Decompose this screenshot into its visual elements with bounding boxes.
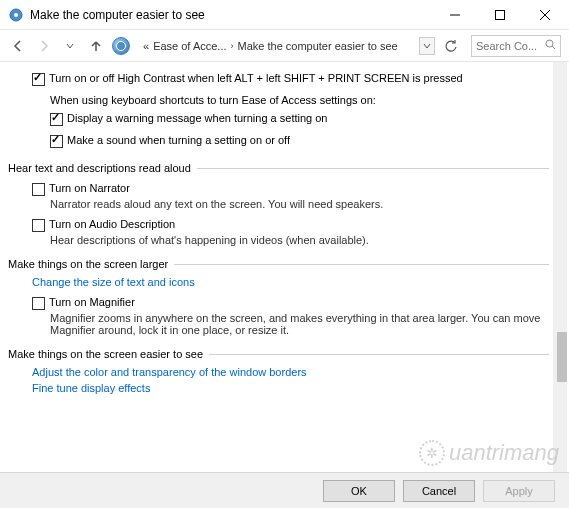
sub-heading: When using keyboard shortcuts to turn Ea…: [8, 94, 549, 106]
section-hear: Hear text and descriptions read aloud Tu…: [8, 162, 549, 246]
checkbox-magnifier[interactable]: [32, 297, 45, 310]
title-bar: Make the computer easier to see: [0, 0, 569, 30]
section-title: Make things on the screen larger: [8, 258, 174, 270]
svg-line-7: [552, 46, 555, 49]
refresh-button[interactable]: [441, 36, 461, 56]
option-magnifier: Turn on Magnifier: [8, 294, 549, 312]
label: Turn on or off High Contrast when left A…: [49, 72, 463, 84]
svg-rect-3: [495, 10, 504, 19]
ok-button[interactable]: OK: [323, 480, 395, 502]
section-larger: Make things on the screen larger Change …: [8, 258, 549, 336]
window-title: Make the computer easier to see: [30, 8, 432, 22]
option-audio-desc: Turn on Audio Description: [8, 216, 549, 234]
app-icon: [8, 7, 24, 23]
minimize-button[interactable]: [432, 1, 477, 29]
checkbox-sound[interactable]: [50, 135, 63, 148]
toolbar: « Ease of Acce... › Make the computer ea…: [0, 30, 569, 62]
breadcrumb-item[interactable]: Make the computer easier to see: [238, 40, 398, 52]
breadcrumb-item[interactable]: Ease of Acce...: [153, 40, 226, 52]
maximize-button[interactable]: [477, 1, 522, 29]
close-button[interactable]: [522, 1, 567, 29]
label: Turn on Narrator: [49, 182, 130, 194]
back-button[interactable]: [8, 36, 28, 56]
section-title: Make things on the screen easier to see: [8, 348, 209, 360]
control-panel-icon: [112, 37, 130, 55]
option-narrator: Turn on Narrator: [8, 180, 549, 198]
svg-point-6: [546, 40, 553, 47]
address-dropdown[interactable]: [419, 37, 435, 55]
button-bar: OK Cancel Apply: [0, 472, 569, 508]
option-high-contrast: Turn on or off High Contrast when left A…: [8, 70, 549, 88]
checkbox-high-contrast[interactable]: [32, 73, 45, 86]
divider: [174, 264, 549, 265]
description: Narrator reads aloud any text on the scr…: [8, 198, 549, 210]
content-area: Turn on or off High Contrast when left A…: [0, 62, 569, 476]
label: Display a warning message when turning a…: [67, 112, 327, 124]
breadcrumb[interactable]: « Ease of Acce... › Make the computer ea…: [136, 36, 413, 56]
chevron-right-icon: ›: [231, 41, 234, 51]
forward-button[interactable]: [34, 36, 54, 56]
divider: [197, 168, 549, 169]
recent-dropdown[interactable]: [60, 36, 80, 56]
up-button[interactable]: [86, 36, 106, 56]
link-fine-tune[interactable]: Fine tune display effects: [8, 382, 549, 394]
svg-point-1: [14, 13, 18, 17]
search-box[interactable]: [471, 35, 561, 57]
checkbox-narrator[interactable]: [32, 183, 45, 196]
breadcrumb-prefix: «: [143, 40, 149, 52]
link-adjust-color[interactable]: Adjust the color and transparency of the…: [8, 366, 549, 378]
scrollbar-thumb[interactable]: [557, 332, 567, 382]
description: Hear descriptions of what's happening in…: [8, 234, 549, 246]
description: Magnifier zooms in anywhere on the scree…: [8, 312, 549, 336]
link-change-size[interactable]: Change the size of text and icons: [8, 276, 549, 288]
checkbox-audio-desc[interactable]: [32, 219, 45, 232]
label: Turn on Audio Description: [49, 218, 175, 230]
search-input[interactable]: [476, 40, 556, 52]
label: Turn on Magnifier: [49, 296, 135, 308]
scrollbar[interactable]: [553, 62, 567, 476]
section-easier: Make things on the screen easier to see …: [8, 348, 549, 394]
option-sound: Make a sound when turning a setting on o…: [8, 132, 549, 150]
apply-button: Apply: [483, 480, 555, 502]
label: Make a sound when turning a setting on o…: [67, 134, 290, 146]
divider: [209, 354, 549, 355]
checkbox-warn[interactable]: [50, 113, 63, 126]
cancel-button[interactable]: Cancel: [403, 480, 475, 502]
section-title: Hear text and descriptions read aloud: [8, 162, 197, 174]
search-icon: [545, 39, 556, 52]
option-warn: Display a warning message when turning a…: [8, 110, 549, 128]
